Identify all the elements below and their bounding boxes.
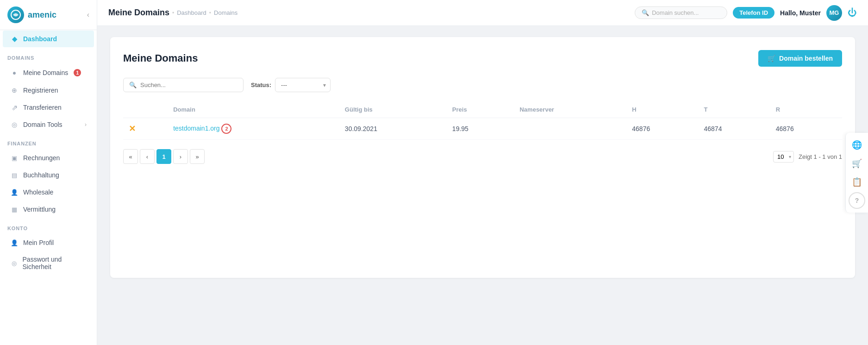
greeting-text: Hallo, Muster xyxy=(780,9,821,17)
cart-icon: 🛒 xyxy=(768,55,775,62)
sidebar-item-vermittlung[interactable]: ▦ Vermittlung xyxy=(3,201,94,218)
pagination-info: 10 25 50 Zeigt 1 - 1 von 1 xyxy=(773,151,842,163)
status-x-icon: ✕ xyxy=(129,124,136,133)
content-card: Meine Domains 🛒 Domain bestellen 🔍 Statu… xyxy=(110,37,855,278)
cart-icon-button[interactable]: 🛒 xyxy=(849,155,865,172)
col-valid: Gültig bis xyxy=(339,101,447,118)
chevron-right-icon: › xyxy=(85,121,87,128)
sidebar-item-buchhaltung[interactable]: ▤ Buchhaltung xyxy=(3,167,94,183)
telefon-id-button[interactable]: Telefon ID xyxy=(733,7,774,19)
domain-tools-icon: ◎ xyxy=(10,120,19,129)
col-domain: Domain xyxy=(168,101,339,118)
sidebar-item-label: Buchhaltung xyxy=(23,171,59,179)
status-select[interactable]: --- Aktiv Inaktiv xyxy=(275,78,331,92)
showing-text: Zeigt 1 - 1 von 1 xyxy=(799,153,842,160)
search-placeholder-text: Domain suchen... xyxy=(652,9,699,16)
sidebar-item-label: Dashboard xyxy=(23,35,57,43)
table-body: ✕ testdomain1.org 2 30.09.2021 19.95 468… xyxy=(123,118,842,140)
sidebar-item-label: Rechnungen xyxy=(23,154,60,162)
profil-icon: 👤 xyxy=(10,238,19,247)
filter-bar: 🔍 Status: --- Aktiv Inaktiv xyxy=(123,78,842,92)
sidebar-item-meine-domains[interactable]: ● Meine Domains 1 xyxy=(3,64,94,82)
domain-bestellen-button[interactable]: 🛒 Domain bestellen xyxy=(758,50,842,67)
globe-icon-button[interactable]: 🌐 xyxy=(849,137,865,153)
content-header: Meine Domains 🛒 Domain bestellen xyxy=(123,50,842,67)
status-label: Status: xyxy=(251,82,271,88)
status-select-wrapper: --- Aktiv Inaktiv xyxy=(275,78,331,92)
sidebar-item-label: Wholesale xyxy=(23,188,53,196)
meine-domains-icon: ● xyxy=(10,69,19,77)
passwort-icon: ◎ xyxy=(10,259,18,267)
section-label-konto: KONTO xyxy=(0,218,97,234)
sidebar-item-dashboard[interactable]: ◆ Dashboard xyxy=(3,31,94,47)
buchhaltung-icon: ▤ xyxy=(10,171,19,179)
sidebar-item-rechnungen[interactable]: ▣ Rechnungen xyxy=(3,150,94,166)
col-h: H xyxy=(626,101,698,118)
page-prev-button[interactable]: ‹ xyxy=(140,149,155,164)
right-icons-panel: 🌐 🛒 📋 ? xyxy=(845,133,868,213)
main-content: Meine Domains • Dashboard • Domains 🔍 Do… xyxy=(97,0,868,345)
logo-text: amenic xyxy=(28,10,56,20)
table-search-box[interactable]: 🔍 xyxy=(123,78,244,92)
search-icon: 🔍 xyxy=(642,9,649,16)
breadcrumb: Meine Domains • Dashboard • Domains xyxy=(108,8,237,18)
topbar-right: 🔍 Domain suchen... Telefon ID Hallo, Mus… xyxy=(635,5,857,21)
sidebar: amenic ‹ ◆ Dashboard DOMAINS ● Meine Dom… xyxy=(0,0,97,345)
username-text: Muster xyxy=(799,9,821,17)
row-r: 46876 xyxy=(770,118,842,140)
domain-link[interactable]: testdomain1.org xyxy=(173,125,219,132)
sidebar-item-transferieren[interactable]: ⇗ Transferieren xyxy=(3,99,94,116)
power-icon[interactable]: ⏻ xyxy=(848,7,857,18)
sidebar-item-label: Vermittlung xyxy=(23,206,56,213)
help-icon-button[interactable]: ? xyxy=(849,192,865,209)
sidebar-item-label: Passwort und Sicherheit xyxy=(23,256,87,270)
avatar: MG xyxy=(826,5,842,21)
sidebar-nav: ◆ Dashboard DOMAINS ● Meine Domains 1 ⊕ … xyxy=(0,30,97,275)
col-r: R xyxy=(770,101,842,118)
vermittlung-icon: ▦ xyxy=(10,205,19,213)
sidebar-item-label: Domain Tools xyxy=(23,121,62,128)
sidebar-item-passwort[interactable]: ◎ Passwort und Sicherheit xyxy=(3,251,94,275)
domain-search-box[interactable]: 🔍 Domain suchen... xyxy=(635,6,727,19)
sidebar-item-domain-tools[interactable]: ◎ Domain Tools › xyxy=(3,116,94,133)
transferieren-icon: ⇗ xyxy=(10,103,19,112)
search-input[interactable] xyxy=(140,82,237,88)
breadcrumb-home[interactable]: Dashboard xyxy=(177,9,206,16)
page-last-button[interactable]: » xyxy=(190,149,205,164)
pagination-buttons: « ‹ 1 › » xyxy=(123,149,205,164)
row-nameserver xyxy=(514,118,626,140)
collapse-icon[interactable]: ‹ xyxy=(87,11,89,19)
sidebar-item-label: Meine Domains xyxy=(23,69,68,76)
row-price: 19.95 xyxy=(447,118,514,140)
sidebar-item-mein-profil[interactable]: 👤 Mein Profil xyxy=(3,234,94,251)
page-first-button[interactable]: « xyxy=(123,149,138,164)
per-page-select[interactable]: 10 25 50 xyxy=(773,151,794,163)
domain-badge: 2 xyxy=(221,124,231,134)
page-1-button[interactable]: 1 xyxy=(156,149,171,164)
table-row: ✕ testdomain1.org 2 30.09.2021 19.95 468… xyxy=(123,118,842,140)
dashboard-icon: ◆ xyxy=(10,35,19,43)
col-t: T xyxy=(699,101,770,118)
per-page-wrapper: 10 25 50 xyxy=(773,151,794,163)
rechnungen-icon: ▣ xyxy=(10,154,19,162)
row-domain: testdomain1.org 2 xyxy=(168,118,339,140)
sidebar-item-wholesale[interactable]: 👤 Wholesale xyxy=(3,184,94,201)
meine-domains-badge: 1 xyxy=(73,68,82,77)
breadcrumb-current: Domains xyxy=(214,9,237,16)
section-label-domains: DOMAINS xyxy=(0,48,97,63)
col-nameserver: Nameserver xyxy=(514,101,626,118)
breadcrumb-separator2: • xyxy=(209,10,211,16)
page-title: Meine Domains xyxy=(108,8,169,18)
domains-table: Domain Gültig bis Preis Nameserver H T R… xyxy=(123,101,842,140)
page-next-button[interactable]: › xyxy=(173,149,188,164)
sidebar-item-label: Registrieren xyxy=(23,87,58,94)
row-h: 46876 xyxy=(626,118,698,140)
logo-icon xyxy=(7,6,24,23)
clipboard-icon-button[interactable]: 📋 xyxy=(849,174,865,190)
col-price: Preis xyxy=(447,101,514,118)
row-t: 46874 xyxy=(699,118,770,140)
sidebar-item-registrieren[interactable]: ⊕ Registrieren xyxy=(3,82,94,99)
order-btn-label: Domain bestellen xyxy=(779,55,833,62)
pagination-bar: « ‹ 1 › » 10 25 50 Zeigt 1 - 1 von 1 xyxy=(123,149,842,164)
row-valid: 30.09.2021 xyxy=(339,118,447,140)
